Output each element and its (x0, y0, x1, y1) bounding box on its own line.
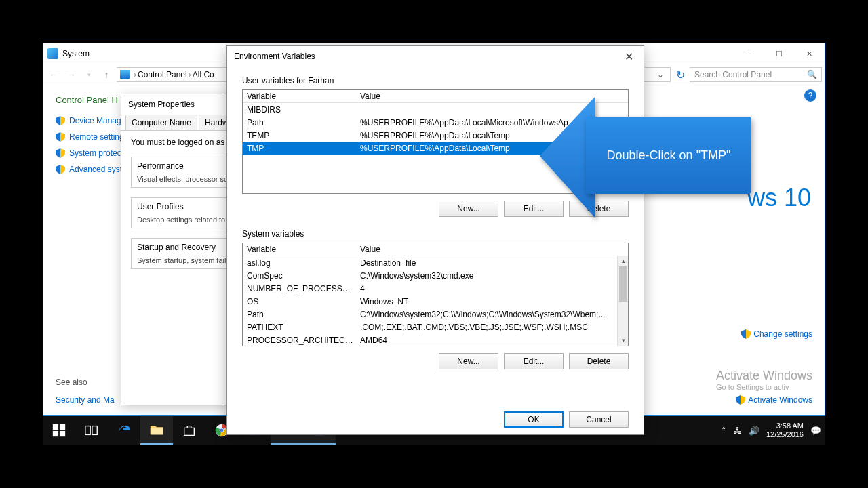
system-variables-list[interactable]: Variable Value asl.logDestination=fileCo… (242, 243, 629, 346)
svg-rect-1 (60, 424, 65, 430)
variable-name: Path (243, 118, 356, 127)
control-panel-icon (120, 70, 130, 79)
variable-value: C:\Windows\system32\cmd.exe (356, 271, 628, 281)
start-button[interactable] (43, 416, 75, 445)
variable-value: .COM;.EXE;.BAT;.CMD;.VBS;.VBE;.JS;.JSE;.… (356, 323, 628, 332)
svg-rect-3 (60, 431, 65, 436)
minimize-button[interactable]: ─ (733, 44, 764, 63)
change-settings-link[interactable]: Change settings (741, 329, 812, 339)
file-explorer-icon[interactable] (140, 416, 173, 445)
shield-icon (741, 329, 751, 339)
svg-point-9 (220, 428, 224, 432)
clock[interactable]: 3:58 AM 12/25/2016 (766, 422, 804, 439)
user-new-button[interactable]: New... (439, 201, 498, 217)
system-icon (47, 48, 58, 59)
annotation-callout: Double-Click on "TMP" (534, 83, 751, 239)
breadcrumb-part[interactable]: Control Panel (138, 70, 187, 79)
system-new-button[interactable]: New... (439, 353, 498, 369)
search-placeholder: Search Control Panel (694, 70, 772, 79)
forward-button[interactable]: → (64, 67, 79, 82)
store-icon[interactable] (173, 416, 205, 445)
table-row[interactable]: OSWindows_NT (243, 295, 628, 308)
windows-10-brand: ws 10 (747, 184, 811, 212)
svg-rect-2 (53, 431, 58, 436)
env-dialog-title: Environment Variables (234, 52, 315, 61)
scroll-down-arrow[interactable]: ▾ (618, 335, 629, 346)
variable-name: Path (243, 310, 356, 319)
recent-dropdown[interactable]: ▾ (81, 67, 96, 82)
svg-rect-5 (92, 426, 97, 435)
close-button[interactable]: ✕ (794, 44, 825, 63)
close-button[interactable]: ✕ (614, 47, 644, 66)
scroll-up-arrow[interactable]: ▴ (618, 256, 629, 266)
variable-value: Destination=file (356, 258, 628, 268)
volume-icon[interactable]: 🔊 (749, 426, 760, 436)
cancel-button[interactable]: Cancel (569, 411, 629, 428)
svg-rect-4 (85, 426, 90, 435)
table-row[interactable]: PathC:\Windows\system32;C:\Windows;C:\Wi… (243, 308, 628, 321)
table-row[interactable]: NUMBER_OF_PROCESSORS4 (243, 282, 628, 295)
system-delete-button[interactable]: Delete (569, 353, 629, 369)
scrollbar[interactable]: ▴ ▾ (617, 256, 628, 346)
tray-up-arrow[interactable]: ˄ (722, 426, 726, 436)
task-view-button[interactable] (75, 416, 108, 445)
edge-icon[interactable] (108, 416, 140, 445)
system-tray: ˄ 🖧 🔊 3:58 AM 12/25/2016 💬 (722, 422, 825, 439)
help-icon[interactable]: ? (804, 89, 816, 102)
column-variable[interactable]: Variable (243, 92, 356, 101)
table-row[interactable]: asl.logDestination=file (243, 256, 628, 269)
variable-value: 4 (356, 284, 628, 293)
svg-rect-0 (53, 424, 58, 430)
table-row[interactable]: PROCESSOR_ARCHITECTUREAMD64 (243, 333, 628, 346)
env-titlebar: Environment Variables ✕ (227, 46, 644, 66)
breadcrumb-part[interactable]: All Co (193, 70, 214, 79)
variable-name: TMP (243, 144, 356, 153)
variable-name: MIBDIRS (243, 105, 356, 115)
refresh-button[interactable]: ↻ (673, 68, 687, 81)
variable-name: ComSpec (243, 271, 356, 281)
shield-icon (56, 132, 65, 142)
search-input[interactable]: Search Control Panel 🔍 (690, 67, 822, 82)
action-center-icon[interactable]: 💬 (810, 426, 821, 436)
maximize-button[interactable]: ☐ (764, 44, 794, 63)
column-value[interactable]: Value (356, 245, 628, 254)
variable-value: Windows_NT (356, 297, 628, 306)
search-icon: 🔍 (807, 70, 817, 79)
variable-value: AMD64 (356, 336, 628, 345)
breadcrumb-dropdown[interactable]: ⌄ (654, 70, 667, 79)
variable-name: NUMBER_OF_PROCESSORS (243, 284, 356, 293)
variable-name: asl.log (243, 258, 356, 268)
svg-rect-6 (151, 428, 163, 434)
tab-computer-name[interactable]: Computer Name (125, 115, 197, 130)
shield-icon (56, 116, 65, 125)
variable-name: OS (243, 297, 356, 306)
variable-name: TEMP (243, 131, 356, 140)
system-edit-button[interactable]: Edit... (504, 353, 564, 369)
shield-icon (56, 165, 65, 174)
variable-value: C:\Windows\system32;C:\Windows;C:\Window… (356, 310, 628, 319)
variable-name: PATHEXT (243, 323, 356, 332)
variable-name: PROCESSOR_ARCHITECTURE (243, 336, 356, 345)
scroll-thumb[interactable] (619, 266, 627, 302)
network-icon[interactable]: 🖧 (733, 426, 742, 436)
table-row[interactable]: PATHEXT.COM;.EXE;.BAT;.CMD;.VBS;.VBE;.JS… (243, 321, 628, 333)
back-button[interactable]: ← (46, 67, 61, 82)
shield-icon (736, 395, 745, 405)
activate-windows-link[interactable]: Activate Windows (736, 395, 812, 405)
shield-icon (56, 148, 65, 158)
column-variable[interactable]: Variable (243, 245, 356, 254)
annotation-text: Double-Click on "TMP" (586, 117, 751, 194)
table-row[interactable]: ComSpecC:\Windows\system32\cmd.exe (243, 269, 628, 282)
ok-button[interactable]: OK (504, 411, 564, 428)
up-button[interactable]: ↑ (99, 67, 114, 82)
activate-watermark: Activate Windows Go to Settings to activ (716, 369, 812, 391)
